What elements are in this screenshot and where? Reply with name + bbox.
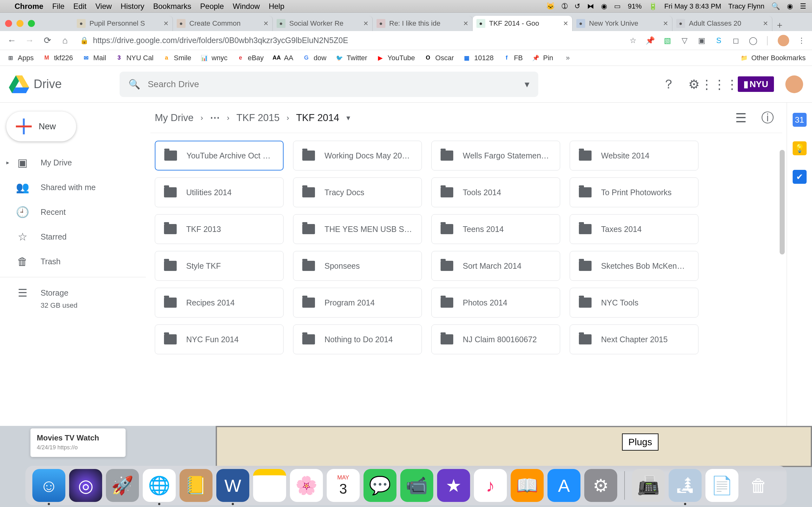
bookmark-item[interactable]: ✉Mail [82, 54, 106, 62]
dock-trash[interactable]: 🗑 [742, 469, 775, 502]
evernote-ext-icon[interactable]: ▧ [663, 36, 672, 45]
bookmarks-overflow[interactable]: » [566, 54, 570, 62]
wifi-icon[interactable]: ◉ [601, 2, 607, 10]
scrollbar[interactable] [780, 150, 785, 255]
bookmark-item[interactable]: OOscar [424, 54, 454, 62]
settings-icon[interactable]: ⚙ [687, 77, 701, 91]
folder-item[interactable]: YouTube Archive Oct … [155, 141, 284, 170]
status-icon[interactable]: 🐱 [546, 2, 555, 10]
new-button[interactable]: New [6, 112, 76, 141]
reload-button[interactable]: ⟳ [41, 35, 53, 47]
bookmark-item[interactable]: aSmile [162, 54, 191, 62]
clock[interactable]: Fri May 3 8:43 PM [664, 2, 721, 10]
dock-music[interactable]: ♪ [474, 469, 507, 502]
bookmark-item[interactable]: 📌Pin [531, 54, 553, 62]
menu-file[interactable]: File [52, 2, 65, 11]
folder-item[interactable]: Program 2014 [293, 288, 422, 318]
maximize-window[interactable] [28, 20, 35, 27]
dock-siri[interactable]: ◎ [69, 469, 102, 502]
close-tab-icon[interactable]: ✕ [663, 20, 668, 27]
drive-logo[interactable]: Drive [9, 75, 62, 93]
dock-scanner[interactable]: 📠 [632, 469, 665, 502]
dock-contacts[interactable]: 📒 [180, 469, 212, 502]
bookmark-item[interactable]: ▦10128 [463, 54, 494, 62]
dock-doc[interactable]: 📄 [705, 469, 739, 502]
ext-icon-6[interactable]: ◻ [731, 36, 741, 45]
crumb-root[interactable]: My Drive [155, 112, 194, 124]
folder-item[interactable]: Working Docs May 20… [293, 141, 422, 170]
notification-icon[interactable]: ☰ [800, 2, 806, 10]
folder-item[interactable]: NJ Claim 800160672 [432, 325, 560, 354]
close-tab-icon[interactable]: ✕ [263, 20, 269, 27]
folder-item[interactable]: Tools 2014 [432, 177, 560, 207]
folder-item[interactable]: Teens 2014 [432, 214, 560, 244]
dock-ibooks[interactable]: 📖 [511, 469, 544, 502]
sidebar-recent[interactable]: 🕘 Recent [0, 200, 146, 224]
dock-preview[interactable]: 🏞 [669, 469, 702, 502]
sidebar-trash[interactable]: 🗑 Trash [0, 249, 146, 274]
star-icon[interactable]: ☆ [628, 36, 638, 45]
home-button[interactable]: ⌂ [59, 35, 71, 47]
folder-item[interactable]: To Print Photoworks [570, 177, 699, 207]
minimize-window[interactable] [16, 20, 23, 27]
battery-icon[interactable]: 🔋 [649, 2, 657, 10]
other-bookmarks[interactable]: 📁 Other Bookmarks [740, 54, 806, 62]
org-badge[interactable]: ▮NYU [738, 76, 774, 92]
browser-tab[interactable]: ●Re: I like this ide✕ [373, 16, 473, 31]
bookmark-item[interactable]: AAAA [272, 54, 293, 62]
chrome-menu-icon[interactable]: ⋮ [797, 36, 806, 45]
app-name[interactable]: Chrome [14, 2, 44, 11]
crumb-current[interactable]: TKF 2014 [296, 112, 339, 124]
pinterest-ext-icon[interactable]: 📌 [646, 36, 655, 45]
pocket-ext-icon[interactable]: ▽ [680, 36, 689, 45]
folder-item[interactable]: NYC Tools [570, 288, 699, 318]
bookmark-item[interactable]: 🐦Twitter [335, 54, 367, 62]
bookmark-item[interactable]: ⊞Apps [6, 54, 34, 62]
close-tab-icon[interactable]: ✕ [763, 20, 768, 27]
spotlight-icon[interactable]: 🔍 [771, 2, 780, 10]
ext-icon-4[interactable]: ▣ [697, 36, 706, 45]
browser-tab[interactable]: ●Create Common✕ [173, 16, 273, 31]
dock-facetime[interactable]: 📹 [400, 469, 433, 502]
folder-item[interactable]: Nothing to Do 2014 [293, 325, 422, 354]
bookmark-item[interactable]: fFB [502, 54, 523, 62]
menu-edit[interactable]: Edit [73, 2, 86, 11]
timemachine-icon[interactable]: ↺ [574, 2, 580, 10]
list-view-icon[interactable]: ☰ [734, 111, 748, 125]
dock-messages[interactable]: 💬 [363, 469, 397, 502]
folder-item[interactable]: Photos 2014 [432, 288, 560, 318]
dock-finder[interactable]: ☺ [32, 469, 65, 502]
info-icon[interactable]: ⓘ [761, 111, 774, 125]
folder-item[interactable]: THE YES MEN USB St… [293, 214, 422, 244]
sidebar-starred[interactable]: ☆ Starred [0, 224, 146, 249]
browser-tab[interactable]: ●Pupil Personnel S✕ [73, 16, 173, 31]
browser-tab[interactable]: ●New York Unive✕ [572, 16, 672, 31]
sidebar-shared[interactable]: 👥 Shared with me [0, 175, 146, 200]
browser-tab[interactable]: ●Adult Classes 20✕ [672, 16, 772, 31]
bookmark-item[interactable]: 📊wnyc [200, 54, 227, 62]
bookmark-item[interactable]: eeBay [236, 54, 264, 62]
sidebar-my-drive[interactable]: ▸ ▣ My Drive [0, 150, 146, 175]
dock-appstore[interactable]: A [548, 469, 580, 502]
close-tab-icon[interactable]: ✕ [563, 20, 568, 27]
menu-help[interactable]: Help [269, 2, 284, 11]
close-tab-icon[interactable]: ✕ [463, 20, 468, 27]
chevron-down-icon[interactable]: ▾ [346, 113, 350, 122]
user-name[interactable]: Tracy Flynn [728, 2, 764, 10]
folder-item[interactable]: Next Chapter 2015 [570, 325, 699, 354]
dock-settings[interactable]: ⚙ [584, 469, 617, 502]
menu-window[interactable]: Window [233, 2, 260, 11]
tasks-addon-icon[interactable]: ✔ [793, 170, 807, 184]
dock-launchpad[interactable]: 🚀 [106, 469, 139, 502]
browser-tab[interactable]: ●Social Worker Re✕ [273, 16, 373, 31]
menu-people[interactable]: People [200, 2, 224, 11]
bookmark-item[interactable]: Mtkf226 [43, 54, 73, 62]
ext-icon-5[interactable]: S [714, 36, 723, 45]
accessibility-icon[interactable]: ➀ [562, 2, 567, 10]
dock-word[interactable]: W [216, 469, 249, 502]
dock-photos[interactable]: 🌸 [290, 469, 323, 502]
search-options-icon[interactable]: ▾ [525, 78, 529, 90]
bookmark-item[interactable]: ▶YouTube [376, 54, 415, 62]
menu-bookmarks[interactable]: Bookmarks [153, 2, 191, 11]
folder-item[interactable]: Sponsees [293, 251, 422, 281]
